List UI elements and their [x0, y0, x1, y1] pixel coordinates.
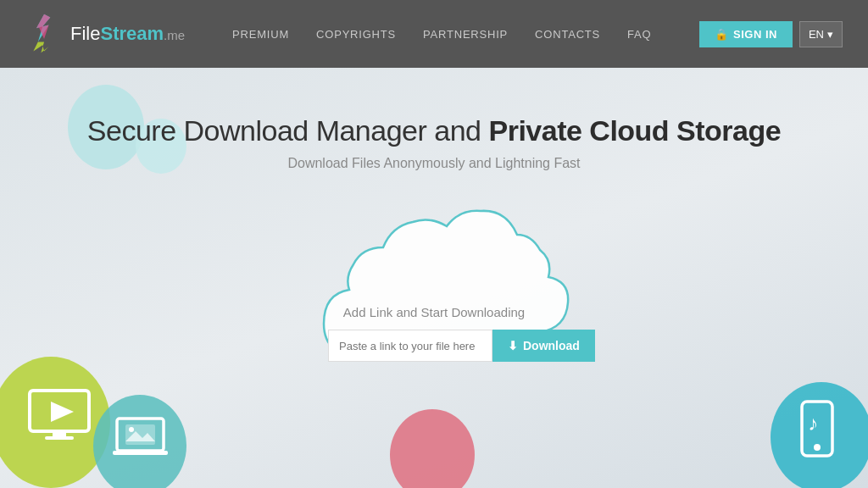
- signin-button[interactable]: 🔒 SIGN IN: [699, 21, 793, 47]
- balloon-pink: [390, 409, 475, 488]
- nav-copyrights[interactable]: COPYRIGHTS: [303, 28, 409, 41]
- signin-label: SIGN IN: [733, 28, 777, 41]
- svg-marker-2: [33, 42, 48, 53]
- language-selector[interactable]: EN ▾: [799, 21, 843, 47]
- nav-faq[interactable]: FAQ: [614, 28, 665, 41]
- cloud-container: Add Link and Start Downloading ⬇ Downloa…: [0, 192, 868, 387]
- nav-partnership[interactable]: PARTNERSHIP: [409, 28, 521, 41]
- header: FileStream.me PREMIUM COPYRIGHTS PARTNER…: [0, 0, 868, 68]
- svg-rect-11: [113, 451, 168, 455]
- download-label: Download: [523, 339, 580, 352]
- hero-title: Secure Download Manager and Private Clou…: [0, 114, 868, 147]
- cloud-input-row: ⬇ Download: [328, 330, 540, 362]
- main-nav: PREMIUM COPYRIGHTS PARTNERSHIP CONTACTS …: [219, 28, 698, 41]
- nav-contacts[interactable]: CONTACTS: [521, 28, 614, 41]
- logo-text: FileStream.me: [70, 23, 185, 45]
- cloud-content: Add Link and Start Downloading ⬇ Downloa…: [328, 305, 540, 362]
- link-input[interactable]: [328, 330, 492, 362]
- svg-text:♪: ♪: [808, 412, 818, 435]
- balloon-blue-phone-icon: ♪: [771, 382, 864, 475]
- logo-icon: [25, 13, 64, 55]
- hero-title-and: and: [434, 114, 488, 147]
- svg-marker-1: [36, 14, 50, 39]
- main-content: ♪ Secure Download Manager and Private Cl…: [0, 68, 868, 488]
- download-button[interactable]: ⬇ Download: [492, 330, 595, 362]
- hero-section: Secure Download Manager and Private Clou…: [0, 68, 868, 171]
- balloon-teal-laptop-icon: [102, 399, 178, 475]
- svg-point-13: [814, 444, 821, 451]
- hero-title-part1: Secure Download Manager: [87, 114, 427, 147]
- svg-rect-6: [45, 436, 74, 440]
- nav-premium[interactable]: PREMIUM: [219, 28, 303, 41]
- hero-title-part2: Private Cloud Storage: [488, 114, 781, 147]
- svg-rect-5: [53, 431, 66, 436]
- download-icon: ⬇: [508, 339, 518, 352]
- lang-label: EN: [809, 28, 824, 41]
- chevron-down-icon: ▾: [827, 28, 833, 41]
- svg-point-9: [129, 427, 134, 432]
- svg-marker-4: [51, 402, 74, 422]
- lock-icon: 🔒: [715, 28, 729, 41]
- cloud-shape: Add Link and Start Downloading ⬇ Downloa…: [298, 192, 570, 387]
- cloud-label: Add Link and Start Downloading: [328, 305, 540, 319]
- logo[interactable]: FileStream.me: [25, 13, 185, 55]
- header-actions: 🔒 SIGN IN EN ▾: [699, 21, 843, 47]
- hero-subtitle: Download Files Anonymously and Lightning…: [0, 156, 868, 171]
